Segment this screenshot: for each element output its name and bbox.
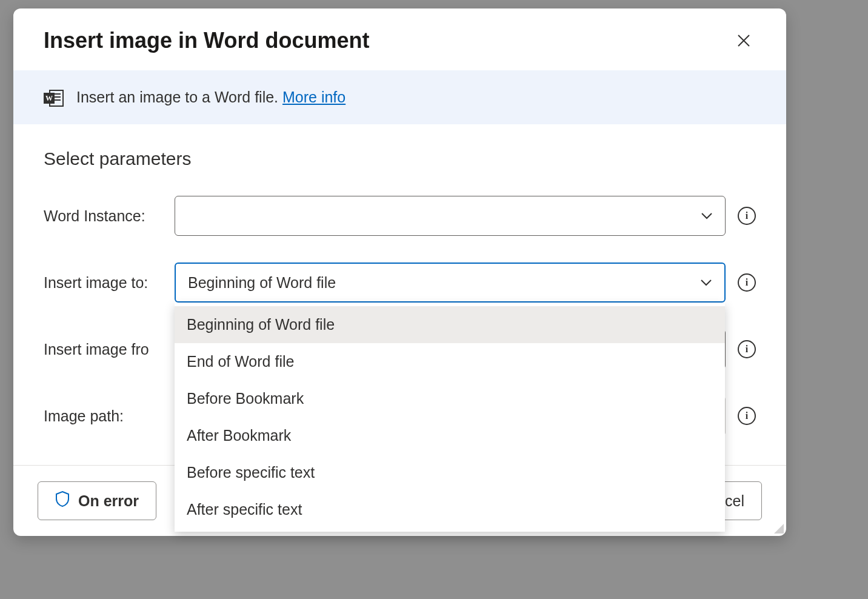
dropdown-insert-image-to[interactable]: Beginning of Word file [175,263,726,303]
label-word-instance: Word Instance: [44,207,175,225]
on-error-button[interactable]: On error [38,481,156,520]
dropdown-word-instance[interactable] [175,196,726,236]
chevron-down-icon [700,276,712,289]
dropdown-value: Beginning of Word file [188,274,336,292]
label-insert-image-to: Insert image to: [44,274,175,292]
row-word-instance: Word Instance: i [44,196,756,236]
section-title: Select parameters [44,149,756,169]
dialog-content: Select parameters Word Instance: i Inser… [13,124,786,465]
on-error-label: On error [78,492,139,510]
more-info-link[interactable]: More info [282,89,346,105]
row-insert-image-to: Insert image to: Beginning of Word file … [44,263,756,303]
dropdown-option[interactable]: End of Word file [175,343,725,380]
dialog-header: Insert image in Word document [13,8,786,70]
dropdown-option[interactable]: Before Bookmark [175,380,725,417]
dropdown-option[interactable]: After Bookmark [175,417,725,454]
label-image-path: Image path: [44,407,175,425]
shield-icon [55,490,70,511]
dropdown-option[interactable]: Before specific text [175,454,725,491]
chevron-down-icon [701,210,713,223]
svg-text:W: W [45,94,53,102]
word-icon: W [44,89,63,106]
info-banner: W Insert an image to a Word file. More i… [13,70,786,124]
info-icon[interactable]: i [738,407,756,425]
resize-grip[interactable] [773,523,784,534]
dropdown-option[interactable]: After specific text [175,491,725,528]
banner-text: Insert an image to a Word file. More inf… [76,89,346,106]
info-icon[interactable]: i [738,207,756,225]
close-button[interactable] [732,28,756,53]
info-icon[interactable]: i [738,273,756,292]
info-icon[interactable]: i [738,340,756,358]
dropdown-option[interactable]: Beginning of Word file [175,306,725,343]
dialog-insert-image: Insert image in Word document W Insert a… [13,8,786,536]
label-insert-image-from: Insert image fro [44,341,175,358]
banner-description: Insert an image to a Word file. [76,89,282,105]
dropdown-listbox: Beginning of Word file End of Word file … [175,303,725,532]
dialog-title: Insert image in Word document [44,28,369,53]
